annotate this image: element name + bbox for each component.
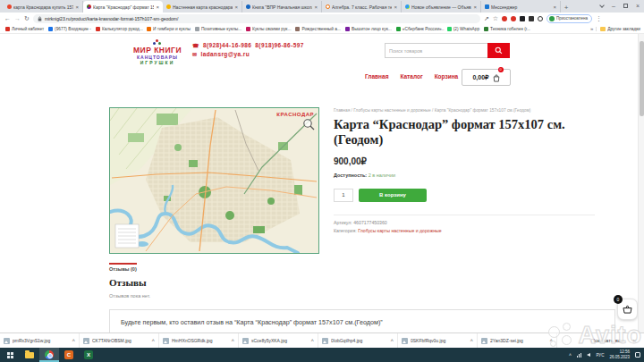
tab-close-icon[interactable]: × [473, 4, 477, 10]
taskbar-clock[interactable]: 12:56 26.05.2023 [609, 349, 630, 360]
download-item[interactable]: 2Yan3DZ-sei.jpg˄ [478, 333, 557, 348]
page-scrollbar[interactable] [638, 34, 644, 333]
sku-row: Артикул: 4607177450360 [334, 220, 595, 225]
bookmark-item[interactable]: Калькулятор рукод... [94, 27, 144, 31]
speaker-icon[interactable] [587, 353, 590, 357]
breadcrumb[interactable]: Главная / Глобусы карты настенные и доро… [334, 107, 595, 114]
bookmark-item[interactable]: (9677) Входящие - [47, 27, 93, 31]
bookmark-icon [96, 27, 100, 31]
back-button[interactable]: ← [4, 15, 11, 21]
image-file-icon [402, 338, 408, 344]
add-to-cart-button[interactable]: В корзину [359, 189, 427, 202]
scrollbar-thumb[interactable] [640, 41, 644, 116]
browser-tab-2-active[interactable]: Карта "Краснодар" формат 15 × [83, 1, 163, 13]
download-item[interactable]: pmRx3VgnS1w.jpg˄ [0, 333, 80, 348]
tab-search-chevron-icon[interactable] [599, 3, 605, 8]
excel-taskbar-button[interactable]: X [79, 348, 98, 362]
bookmark-item[interactable]: Куклы своими рук... [244, 27, 293, 31]
orange-app-button[interactable]: C [59, 348, 79, 362]
nav-home-link[interactable]: Главная [365, 73, 388, 80]
bookmark-item[interactable]: И тимбери и куклы [145, 27, 192, 31]
file-explorer-button[interactable] [20, 348, 39, 362]
email-address[interactable]: ladansrg@ya.ru [200, 51, 250, 57]
hidden-icons-chevron[interactable]: ˄ [569, 352, 572, 358]
search-input[interactable] [385, 43, 487, 58]
download-item[interactable]: sCce8y5yXKA.jpg˄ [239, 333, 318, 348]
new-tab-button[interactable]: + [561, 2, 572, 13]
reload-button[interactable]: ↻ [24, 15, 30, 22]
review-prompt-box: Будьте первым, кто оставил отзыв на “Кар… [109, 309, 615, 333]
chrome-taskbar-button[interactable] [39, 348, 59, 362]
extension-icon-1[interactable] [502, 16, 507, 21]
bookmark-item[interactable]: Вышитое лицо кук... [343, 27, 394, 31]
browser-tab-1[interactable]: карта Краснодара купить 157 × [4, 1, 83, 13]
bookmark-item[interactable]: «Сбербанк России»... [394, 27, 445, 31]
category-link[interactable]: Глобусы карты настенные и дорожные [358, 228, 441, 233]
download-menu-chevron-icon[interactable]: ˄ [549, 338, 553, 343]
bookmark-item[interactable]: Техника гобелен (г... [482, 27, 532, 31]
product-image[interactable]: КРАСНОДАР [109, 107, 319, 254]
profile-button[interactable]: Приостановлена [547, 14, 592, 23]
bookmarks-overflow-icon[interactable]: » [590, 26, 593, 31]
download-menu-chevron-icon[interactable]: ˄ [470, 338, 473, 343]
image-file-icon [322, 338, 328, 344]
bookmark-item[interactable]: Рождественный а... [293, 27, 342, 31]
browser-menu-icon[interactable]: ⋮ [596, 15, 602, 22]
excel-icon: X [84, 350, 93, 359]
download-menu-chevron-icon[interactable]: ˄ [231, 338, 234, 343]
extensions-puzzle-icon[interactable] [529, 16, 534, 21]
bookmark-item[interactable]: Личный кабинет [4, 27, 46, 31]
bookmark-item[interactable]: Позитивные куклы... [193, 27, 243, 31]
browser-tab-6[interactable]: Новое объявление — Объяв × [402, 1, 481, 13]
nav-catalog-link[interactable]: Каталог [400, 73, 422, 80]
start-button[interactable] [0, 348, 20, 362]
download-item[interactable]: 0IobGqtlhp4.jpg˄ [318, 333, 398, 348]
tab-reviews[interactable]: Отзывы (0) [109, 263, 137, 272]
close-window-button[interactable]: × [636, 3, 640, 9]
nav-cart-link[interactable]: Корзина [435, 73, 459, 80]
browser-tab-5[interactable]: Алгебра. 7 класс. Рабочая тет × [322, 1, 402, 13]
tab-close-icon[interactable]: × [314, 4, 318, 10]
share-icon[interactable]: ↗ [484, 15, 489, 22]
download-item[interactable]: 0SKFbfRqv0u.jpg˄ [398, 333, 478, 348]
availability-value: 2 в наличии [369, 173, 395, 178]
tab-close-icon[interactable]: × [234, 4, 238, 10]
download-item[interactable]: CK7TANrOBSM.jpg˄ [80, 333, 159, 348]
bookmark-label: Вышитое лицо кук... [352, 27, 392, 31]
download-menu-chevron-icon[interactable]: ˄ [310, 338, 314, 343]
tab-close-icon[interactable]: × [394, 4, 397, 10]
bookmark-star-icon[interactable]: ☆ [493, 15, 498, 22]
close-downloads-bar-icon[interactable]: × [632, 337, 637, 345]
site-logo[interactable]: МИР КНИГИ КАНЦТОВАРЫ ИГРУШКИ [125, 39, 190, 65]
extension-icon-2[interactable] [511, 16, 516, 21]
folder-icon [600, 27, 606, 31]
browser-tab-7[interactable]: Мессенджер × [481, 1, 561, 13]
floating-cart-button[interactable]: 0 [617, 299, 638, 320]
browser-tab-3[interactable]: Настенная карта краснодара × [163, 1, 242, 13]
tab-close-icon[interactable]: × [75, 4, 79, 10]
extension-icon-5[interactable] [538, 16, 543, 21]
minimize-button[interactable]: – [612, 3, 615, 9]
address-bar[interactable]: mirknigi23.ru/product/karta-krasnodar-fo… [33, 14, 480, 23]
browser-tab-4[interactable]: Книга "ВПР Начальная школа × [242, 1, 322, 13]
download-menu-chevron-icon[interactable]: ˄ [72, 338, 75, 343]
forward-button[interactable]: → [14, 15, 21, 21]
download-item[interactable]: HmHXnOSGRdk.jpg˄ [159, 333, 239, 348]
notification-center-icon[interactable] [635, 352, 640, 358]
extension-icon-3[interactable] [520, 16, 525, 21]
search-button[interactable] [487, 43, 510, 58]
tab-close-icon[interactable]: × [553, 4, 556, 10]
download-menu-chevron-icon[interactable]: ˄ [390, 338, 394, 343]
network-icon[interactable] [577, 353, 582, 358]
maximize-button[interactable] [623, 4, 628, 8]
quantity-input[interactable] [334, 189, 353, 202]
bookmark-label: Калькулятор рукод... [102, 27, 143, 31]
bookmark-label: Рождественный а... [301, 27, 340, 31]
tab-close-icon[interactable]: × [156, 4, 159, 10]
download-menu-chevron-icon[interactable]: ˄ [151, 338, 155, 343]
language-indicator[interactable]: РУС [596, 353, 604, 358]
cart-total-button[interactable]: 0,00₽ 0 [462, 69, 511, 86]
other-bookmarks-button[interactable]: Другие закладки [596, 27, 640, 31]
bookmark-item[interactable]: (2) WhatsApp [445, 27, 481, 31]
show-all-downloads-button[interactable]: Показать все [591, 338, 624, 343]
